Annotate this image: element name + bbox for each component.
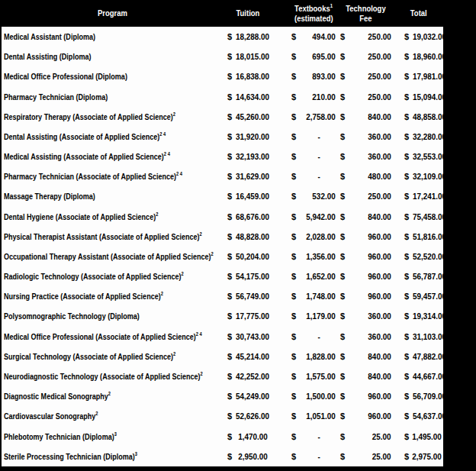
currency-symbol: $ <box>291 432 296 441</box>
technology-fee-value: 360.00 <box>368 332 391 341</box>
total-cell: $17,241.00 <box>403 192 443 201</box>
footnote-marker: 2 <box>156 211 158 217</box>
textbooks-value: 2,028.00 <box>306 232 336 241</box>
program-cell: Occupational Therapy Assistant (Associat… <box>2 252 226 261</box>
technology-fee-value: 250.00 <box>368 72 391 81</box>
textbooks-cell: $1,575.00 <box>290 372 337 381</box>
total-value: 75,458.00 <box>413 212 446 221</box>
tuition-cell: $1,470.00 <box>226 432 269 441</box>
textbooks-cell: $1,356.00 <box>290 252 337 261</box>
table-row: Pharmacy Technician (Diploma) $14,634.00… <box>2 87 443 107</box>
textbooks-value: 1,179.00 <box>306 311 336 321</box>
textbooks-cell: $- <box>290 452 337 461</box>
total-value: 32,109.00 <box>413 172 446 181</box>
currency-symbol: $ <box>404 272 409 281</box>
tuition-cell: $30,743.00 <box>226 332 269 341</box>
currency-symbol: $ <box>291 92 296 102</box>
total-value: 31,103.00 <box>413 332 446 341</box>
table-row: Radiologic Technology (Associate of Appl… <box>2 266 443 286</box>
program-name: Pharmacy Technician (Diploma) <box>4 92 108 102</box>
total-cell: $18,960.00 <box>403 52 443 61</box>
textbooks-value: 494.00 <box>313 32 336 41</box>
program-cell: Medical Assisting (Associate of Applied … <box>2 152 226 161</box>
total-value: 56,709.00 <box>413 392 446 401</box>
currency-symbol: $ <box>291 192 296 201</box>
tuition-cell: $31,920.00 <box>226 132 269 141</box>
tuition-value: 31,920.00 <box>236 132 269 141</box>
table-row: Medical Office Professional (Diploma) $1… <box>2 66 443 86</box>
currency-symbol: $ <box>227 192 232 201</box>
technology-fee-cell: $960.00 <box>339 292 393 301</box>
total-cell: $32,280.00 <box>403 132 443 141</box>
table-row: Cardiovascular Sonography2 $52,626.00 $1… <box>2 406 443 426</box>
technology-fee-value: 960.00 <box>368 272 391 281</box>
currency-symbol: $ <box>227 112 232 121</box>
footnote-marker: 1 <box>330 3 333 8</box>
currency-symbol: $ <box>404 452 409 461</box>
program-name: Radiologic Technology (Associate of Appl… <box>4 272 182 281</box>
currency-symbol: $ <box>340 172 345 181</box>
footnote-marker: 2 <box>173 111 175 117</box>
total-value: 44,667.00 <box>413 372 446 381</box>
tuition-fee-table: Program Tuition Textbooks1 (estimated) T… <box>0 0 476 471</box>
textbooks-value: - <box>318 452 336 461</box>
table-row: Polysomnographic Technology (Diploma) $1… <box>2 306 443 326</box>
technology-fee-cell: $840.00 <box>339 112 393 121</box>
total-value: 19,314.00 <box>413 311 446 321</box>
tuition-value: 16,838.00 <box>236 72 269 81</box>
footnote-marker: 2 4 <box>196 331 202 337</box>
total-cell: $32,553.00 <box>403 152 443 161</box>
currency-symbol: $ <box>340 192 345 201</box>
total-value: 18,960.00 <box>413 52 446 61</box>
table-row: Respiratory Therapy (Associate of Applie… <box>2 107 443 127</box>
technology-fee-value: 840.00 <box>368 352 391 361</box>
technology-fee-value: 360.00 <box>368 152 391 161</box>
textbooks-cell: $1,500.00 <box>290 392 337 401</box>
total-cell: $56,709.00 <box>403 392 443 401</box>
currency-symbol: $ <box>227 52 232 61</box>
header-textbooks-sub-label: (estimated) <box>294 14 333 24</box>
currency-symbol: $ <box>291 372 296 381</box>
program-name: Diagnostic Medical Sonography <box>4 392 108 401</box>
currency-symbol: $ <box>227 172 232 181</box>
textbooks-value: 695.00 <box>313 52 336 61</box>
currency-symbol: $ <box>404 152 409 161</box>
table-row: Dental Assisting (Associate of Applied S… <box>2 127 443 147</box>
currency-symbol: $ <box>227 32 232 41</box>
technology-fee-cell: $25.00 <box>339 452 393 461</box>
textbooks-value: 1,748.00 <box>306 292 336 301</box>
currency-symbol: $ <box>291 411 296 421</box>
textbooks-cell: $494.00 <box>290 32 337 41</box>
program-name: Phlebotomy Technician (Diploma) <box>4 432 114 441</box>
total-value: 47,882.00 <box>413 352 446 361</box>
program-name: Physical Therapist Assistant (Associate … <box>4 232 199 241</box>
program-cell: Diagnostic Medical Sonography2 <box>2 392 226 401</box>
currency-symbol: $ <box>340 32 345 41</box>
tuition-value: 45,214.00 <box>236 352 269 361</box>
tuition-value: 17,775.00 <box>236 311 269 321</box>
footnote-marker: 2 <box>95 411 98 417</box>
textbooks-value: - <box>318 152 336 161</box>
currency-symbol: $ <box>291 32 296 41</box>
total-cell: $52,520.00 <box>403 252 443 261</box>
total-cell: $54,637.00 <box>403 411 443 421</box>
technology-fee-value: 25.00 <box>372 432 391 441</box>
program-cell: Neurodiagnostic Technology (Associate of… <box>2 372 226 381</box>
program-name: Occupational Therapy Assistant (Associat… <box>4 252 211 261</box>
tuition-cell: $56,749.00 <box>226 292 269 301</box>
tuition-value: 48,828.00 <box>236 232 269 241</box>
currency-symbol: $ <box>291 112 296 121</box>
total-value: 2,975.00 <box>412 452 442 461</box>
program-cell: Pharmacy Technician (Diploma) <box>2 92 226 102</box>
textbooks-value: 532.00 <box>313 192 336 201</box>
total-cell: $17,981.00 <box>403 72 443 81</box>
technology-fee-value: 840.00 <box>368 112 391 121</box>
program-cell: Respiratory Therapy (Associate of Applie… <box>2 112 226 121</box>
program-cell: Nursing Practice (Associate of Applied S… <box>2 292 226 301</box>
tuition-cell: $2,950.00 <box>226 452 269 461</box>
table-row: Physical Therapist Assistant (Associate … <box>2 227 443 247</box>
currency-symbol: $ <box>340 92 345 102</box>
currency-symbol: $ <box>404 392 409 401</box>
currency-symbol: $ <box>291 392 296 401</box>
currency-symbol: $ <box>227 332 232 341</box>
